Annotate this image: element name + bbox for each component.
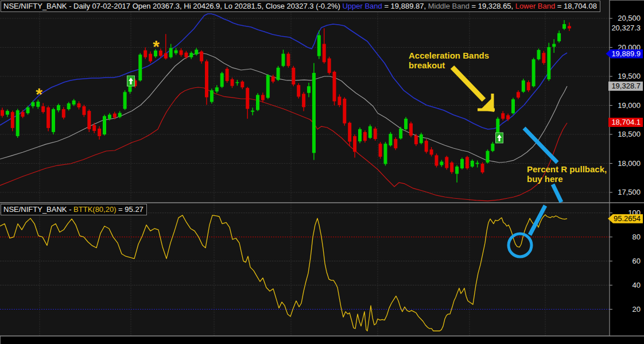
price-tick-label: 18,000 bbox=[600, 159, 641, 168]
lower-band-label: Lower Band bbox=[515, 2, 555, 10]
annotation-line: breakout bbox=[409, 60, 489, 70]
percent-tick-label: 40 bbox=[600, 281, 641, 289]
main-chart-title[interactable]: NSE/NIFTY_BANK - Daily 07-02-2017 Open 2… bbox=[1, 1, 600, 12]
price-tick-label: 19,500 bbox=[600, 72, 641, 80]
acceleration-bands-annotation: Acceleration Bands breakout bbox=[409, 51, 489, 70]
indicator-pane-title[interactable]: NSE/NIFTY_BANK - BTTK(80,20) = 95.27 bbox=[1, 204, 147, 215]
annotation-line: buy here bbox=[527, 174, 607, 184]
price-tick-label: 18,500 bbox=[600, 130, 641, 138]
upper-band-value: = 19,889.87, bbox=[382, 2, 428, 10]
percent-tick-label: 20 bbox=[600, 305, 641, 314]
percent-tick-label: 80 bbox=[600, 233, 641, 241]
annotation-line: Acceleration Bands bbox=[409, 51, 489, 60]
percent-r-tag: 95.2654 bbox=[608, 214, 643, 223]
price-tag: 18,704.1 bbox=[608, 118, 643, 127]
price-tag: 19,889.9 bbox=[606, 49, 643, 59]
price-tick-label: 19,000 bbox=[600, 101, 641, 110]
upper-band-label: Upper Band bbox=[342, 2, 382, 10]
annotation-line: Percent R pullback, bbox=[527, 164, 607, 174]
percent-tick-label: 60 bbox=[600, 257, 641, 265]
bttk-label: BTTK(80,20) bbox=[73, 205, 116, 214]
price-tag: 19,328.7 bbox=[608, 82, 643, 91]
asterisk-signal-icon: * bbox=[36, 84, 42, 103]
lower-band-value: = 18,704.08 bbox=[555, 2, 597, 10]
bttk-value: = 95.27 bbox=[117, 205, 143, 214]
last-price-label: 20,327.3 bbox=[611, 24, 641, 32]
middle-band-value: = 19,328.65, bbox=[470, 2, 515, 10]
ohlc-readout: NSE/NIFTY_BANK - Daily 07-02-2017 Open 2… bbox=[3, 2, 342, 10]
middle-band-label: Middle Band bbox=[428, 2, 470, 10]
symbol-label: NSE/NIFTY_BANK - bbox=[3, 205, 73, 214]
price-tick-label: 17,500 bbox=[600, 188, 641, 196]
price-tick-label: 20,500 bbox=[600, 14, 641, 22]
percent-r-annotation: Percent R pullback, buy here bbox=[527, 164, 607, 184]
asterisk-signal-icon: * bbox=[153, 37, 160, 56]
charting-app-window: ** NSE/NIFTY_BANK - Daily 07-02-2017 Ope… bbox=[0, 0, 644, 344]
